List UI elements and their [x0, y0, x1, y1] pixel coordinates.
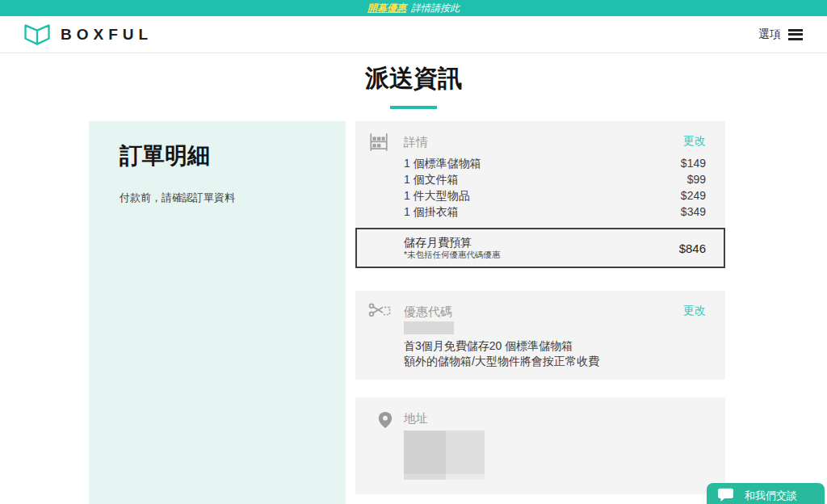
open-box-icon: [23, 23, 52, 46]
address-card: 地址: [355, 397, 725, 494]
chat-bubble-icon: [717, 488, 734, 503]
page-title-section: 派送資訊: [0, 53, 827, 109]
order-item: 1 個文件箱 $99: [404, 171, 706, 187]
brand-name: BOXFUL: [61, 26, 153, 44]
promo-code-card: 優惠代碼 更改 首3個月免費儲存20 個標準儲物箱 額外的儲物箱/大型物件將會按…: [355, 291, 725, 380]
promo-banner: 開幕優惠 詳情請按此: [0, 0, 827, 16]
options-menu-button[interactable]: 選項: [758, 27, 803, 42]
promo-description: 首3個月免費儲存20 個標準儲物箱 額外的儲物箱/大型物件將會按正常收費: [404, 338, 599, 369]
order-item: 1 個標準儲物箱 $149: [404, 155, 706, 171]
order-summary-panel: 訂單明細 付款前，請確認訂單資料: [89, 121, 346, 504]
address-card-header: 地址: [355, 408, 725, 429]
storage-shelf-icon: [368, 132, 389, 153]
chat-label: 和我們交談: [745, 489, 797, 503]
budget-note: *未包括任何優惠代碼優惠: [404, 250, 501, 261]
promo-line-1: 首3個月免費儲存20 個標準儲物箱: [404, 338, 599, 354]
details-label: 詳情: [404, 135, 428, 150]
location-pin-icon: [376, 410, 395, 431]
boxful-logo[interactable]: BOXFUL: [23, 23, 153, 46]
monthly-budget-box: 儲存月費預算 *未包括任何優惠代碼優惠 $846: [355, 228, 725, 268]
item-name: 1 個文件箱: [404, 171, 459, 187]
scissors-coupon-icon: [368, 301, 393, 319]
hamburger-icon: [788, 29, 803, 40]
address-label: 地址: [404, 411, 428, 426]
item-price: $349: [681, 204, 706, 220]
title-underline: [390, 106, 437, 109]
page-title: 派送資訊: [0, 62, 827, 95]
order-items-list: 1 個標準儲物箱 $149 1 個文件箱 $99 1 件大型物品 $249 1 …: [404, 155, 706, 220]
item-price: $249: [681, 187, 706, 204]
details-card: 詳情 更改 1 個標準儲物箱 $149 1 個文件箱 $99 1 件大型物品 $…: [355, 121, 725, 268]
redacted-address: [404, 430, 485, 480]
promo-line-2: 額外的儲物箱/大型物件將會按正常收費: [404, 354, 599, 369]
item-price: $99: [687, 171, 706, 187]
item-name: 1 個掛衣箱: [404, 204, 459, 220]
promo-banner-text: 詳情請按此: [411, 2, 460, 15]
header: BOXFUL 選項: [0, 16, 827, 53]
promo-change-link[interactable]: 更改: [683, 304, 706, 318]
chat-launcher[interactable]: 和我們交談: [707, 483, 825, 504]
order-item: 1 個掛衣箱 $349: [404, 204, 706, 220]
options-label: 選項: [758, 27, 781, 42]
promo-card-header: 優惠代碼 更改: [355, 301, 725, 322]
order-summary-title: 訂單明細: [120, 141, 321, 171]
details-change-link[interactable]: 更改: [683, 134, 706, 149]
budget-amount: $846: [679, 242, 706, 255]
promo-label: 優惠代碼: [404, 304, 452, 320]
order-item: 1 件大型物品 $249: [404, 187, 706, 204]
promo-banner-link[interactable]: 開幕優惠: [367, 2, 406, 15]
details-card-header: 詳情 更改: [355, 132, 725, 153]
order-summary-subtitle: 付款前，請確認訂單資料: [120, 191, 321, 205]
item-name: 1 件大型物品: [404, 187, 470, 204]
budget-label: 儲存月費預算: [404, 236, 501, 250]
item-name: 1 個標準儲物箱: [404, 155, 481, 171]
item-price: $149: [681, 155, 706, 171]
redacted-promo-code: [404, 321, 454, 334]
